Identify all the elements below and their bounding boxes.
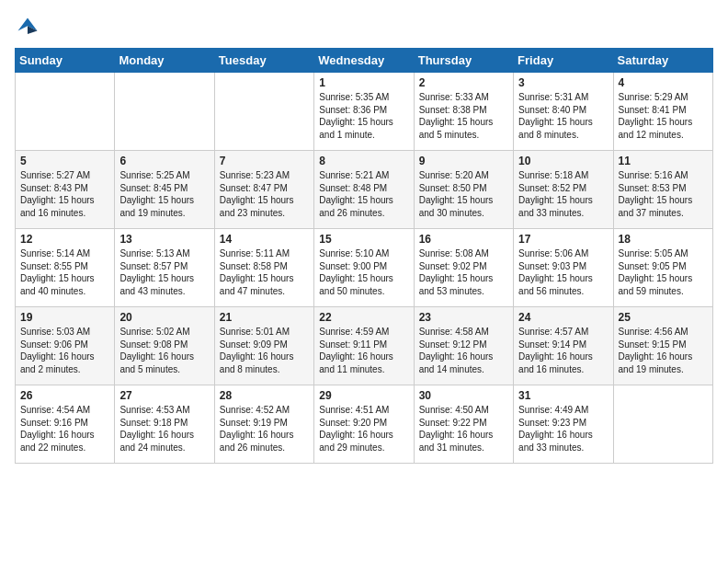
calendar-cell: 3Sunrise: 5:31 AM Sunset: 8:40 PM Daylig… [514,73,613,151]
day-info: Sunrise: 4:57 AM Sunset: 9:14 PM Dayligh… [518,326,608,375]
col-header-friday: Friday [514,49,613,73]
calendar-cell: 13Sunrise: 5:13 AM Sunset: 8:57 PM Dayli… [115,229,214,307]
col-header-thursday: Thursday [414,49,513,73]
calendar-cell: 8Sunrise: 5:21 AM Sunset: 8:48 PM Daylig… [314,151,414,229]
calendar-cell: 1Sunrise: 5:35 AM Sunset: 8:36 PM Daylig… [314,73,414,151]
calendar-cell: 5Sunrise: 5:27 AM Sunset: 8:43 PM Daylig… [16,151,115,229]
day-info: Sunrise: 5:31 AM Sunset: 8:40 PM Dayligh… [518,91,608,141]
calendar-cell: 24Sunrise: 4:57 AM Sunset: 9:14 PM Dayli… [514,307,613,385]
calendar-cell: 12Sunrise: 5:14 AM Sunset: 8:55 PM Dayli… [16,229,115,307]
day-number: 4 [619,76,708,89]
calendar-cell: 6Sunrise: 5:25 AM Sunset: 8:45 PM Daylig… [115,151,214,229]
day-number: 6 [119,155,209,167]
calendar-cell: 10Sunrise: 5:18 AM Sunset: 8:52 PM Dayli… [514,151,613,229]
day-info: Sunrise: 5:35 AM Sunset: 8:36 PM Dayligh… [319,91,408,141]
day-number: 11 [619,155,708,167]
day-info: Sunrise: 5:21 AM Sunset: 8:48 PM Dayligh… [319,169,408,219]
day-info: Sunrise: 4:51 AM Sunset: 9:20 PM Dayligh… [319,404,408,454]
calendar-cell: 22Sunrise: 4:59 AM Sunset: 9:11 PM Dayli… [314,307,414,385]
day-info: Sunrise: 4:54 AM Sunset: 9:16 PM Dayligh… [20,404,109,454]
day-number: 8 [319,155,408,167]
day-info: Sunrise: 5:08 AM Sunset: 9:02 PM Dayligh… [419,247,508,297]
calendar-cell: 28Sunrise: 4:52 AM Sunset: 9:19 PM Dayli… [214,385,313,464]
calendar-cell: 25Sunrise: 4:56 AM Sunset: 9:15 PM Dayli… [613,307,712,385]
col-header-saturday: Saturday [613,49,712,73]
day-info: Sunrise: 5:20 AM Sunset: 8:50 PM Dayligh… [419,169,508,219]
week-row-2: 5Sunrise: 5:27 AM Sunset: 8:43 PM Daylig… [16,151,713,229]
day-number: 5 [20,155,109,167]
day-info: Sunrise: 4:59 AM Sunset: 9:11 PM Dayligh… [319,326,408,375]
day-info: Sunrise: 5:06 AM Sunset: 9:03 PM Dayligh… [518,247,608,297]
day-number: 15 [319,233,408,246]
day-number: 27 [119,389,209,402]
day-number: 9 [419,155,508,167]
day-info: Sunrise: 5:27 AM Sunset: 8:43 PM Dayligh… [20,169,109,219]
calendar-cell: 14Sunrise: 5:11 AM Sunset: 8:58 PM Dayli… [214,229,313,307]
day-number: 7 [220,155,309,167]
calendar-cell: 20Sunrise: 5:02 AM Sunset: 9:08 PM Dayli… [115,307,214,385]
calendar-cell: 30Sunrise: 4:50 AM Sunset: 9:22 PM Dayli… [414,385,513,464]
day-info: Sunrise: 5:16 AM Sunset: 8:53 PM Dayligh… [619,169,708,219]
calendar-cell: 9Sunrise: 5:20 AM Sunset: 8:50 PM Daylig… [414,151,513,229]
day-number: 16 [419,233,508,246]
day-info: Sunrise: 4:52 AM Sunset: 9:19 PM Dayligh… [220,404,309,454]
day-number: 14 [220,233,309,246]
day-info: Sunrise: 5:14 AM Sunset: 8:55 PM Dayligh… [20,247,109,297]
week-row-5: 26Sunrise: 4:54 AM Sunset: 9:16 PM Dayli… [16,385,713,464]
day-info: Sunrise: 5:03 AM Sunset: 9:06 PM Dayligh… [20,326,109,375]
day-info: Sunrise: 5:13 AM Sunset: 8:57 PM Dayligh… [119,247,209,297]
day-number: 2 [419,76,508,89]
day-info: Sunrise: 5:23 AM Sunset: 8:47 PM Dayligh… [220,169,309,219]
day-number: 24 [518,311,608,324]
day-number: 26 [20,389,109,402]
calendar-cell: 31Sunrise: 4:49 AM Sunset: 9:23 PM Dayli… [514,385,613,464]
week-row-1: 1Sunrise: 5:35 AM Sunset: 8:36 PM Daylig… [16,73,713,151]
col-header-tuesday: Tuesday [214,49,313,73]
page-header [15,15,713,40]
day-info: Sunrise: 5:10 AM Sunset: 9:00 PM Dayligh… [319,247,408,297]
day-number: 22 [319,311,408,324]
day-number: 17 [518,233,608,246]
col-header-wednesday: Wednesday [314,49,414,73]
day-number: 18 [619,233,708,246]
day-info: Sunrise: 4:58 AM Sunset: 9:12 PM Dayligh… [419,326,508,375]
calendar-cell [214,73,313,151]
day-info: Sunrise: 4:49 AM Sunset: 9:23 PM Dayligh… [518,404,608,454]
calendar-cell: 18Sunrise: 5:05 AM Sunset: 9:05 PM Dayli… [613,229,712,307]
calendar-cell: 29Sunrise: 4:51 AM Sunset: 9:20 PM Dayli… [314,385,414,464]
day-number: 19 [20,311,109,324]
day-number: 28 [220,389,309,402]
week-row-3: 12Sunrise: 5:14 AM Sunset: 8:55 PM Dayli… [16,229,713,307]
day-info: Sunrise: 4:53 AM Sunset: 9:18 PM Dayligh… [119,404,209,454]
day-info: Sunrise: 5:25 AM Sunset: 8:45 PM Dayligh… [119,169,209,219]
calendar-cell: 15Sunrise: 5:10 AM Sunset: 9:00 PM Dayli… [314,229,414,307]
day-info: Sunrise: 5:11 AM Sunset: 8:58 PM Dayligh… [220,247,309,297]
calendar-cell: 27Sunrise: 4:53 AM Sunset: 9:18 PM Dayli… [115,385,214,464]
day-info: Sunrise: 5:02 AM Sunset: 9:08 PM Dayligh… [119,326,209,375]
day-info: Sunrise: 5:33 AM Sunset: 8:38 PM Dayligh… [419,91,508,141]
day-info: Sunrise: 5:05 AM Sunset: 9:05 PM Dayligh… [619,247,708,297]
day-info: Sunrise: 5:29 AM Sunset: 8:41 PM Dayligh… [619,91,708,141]
header-row: SundayMondayTuesdayWednesdayThursdayFrid… [16,49,713,73]
col-header-monday: Monday [115,49,214,73]
week-row-4: 19Sunrise: 5:03 AM Sunset: 9:06 PM Dayli… [16,307,713,385]
day-number: 10 [518,155,608,167]
calendar-cell [613,385,712,464]
calendar-cell: 23Sunrise: 4:58 AM Sunset: 9:12 PM Dayli… [414,307,513,385]
day-number: 12 [20,233,109,246]
day-number: 23 [419,311,508,324]
logo [15,15,44,40]
day-number: 21 [220,311,309,324]
day-info: Sunrise: 4:56 AM Sunset: 9:15 PM Dayligh… [619,326,708,375]
day-info: Sunrise: 5:18 AM Sunset: 8:52 PM Dayligh… [518,169,608,219]
calendar-cell: 19Sunrise: 5:03 AM Sunset: 9:06 PM Dayli… [16,307,115,385]
calendar-cell [16,73,115,151]
day-number: 1 [319,76,408,89]
day-info: Sunrise: 5:01 AM Sunset: 9:09 PM Dayligh… [220,326,309,375]
day-info: Sunrise: 4:50 AM Sunset: 9:22 PM Dayligh… [419,404,508,454]
calendar-cell: 26Sunrise: 4:54 AM Sunset: 9:16 PM Dayli… [16,385,115,464]
day-number: 30 [419,389,508,402]
calendar-cell: 4Sunrise: 5:29 AM Sunset: 8:41 PM Daylig… [613,73,712,151]
calendar-cell: 2Sunrise: 5:33 AM Sunset: 8:38 PM Daylig… [414,73,513,151]
day-number: 3 [518,76,608,89]
